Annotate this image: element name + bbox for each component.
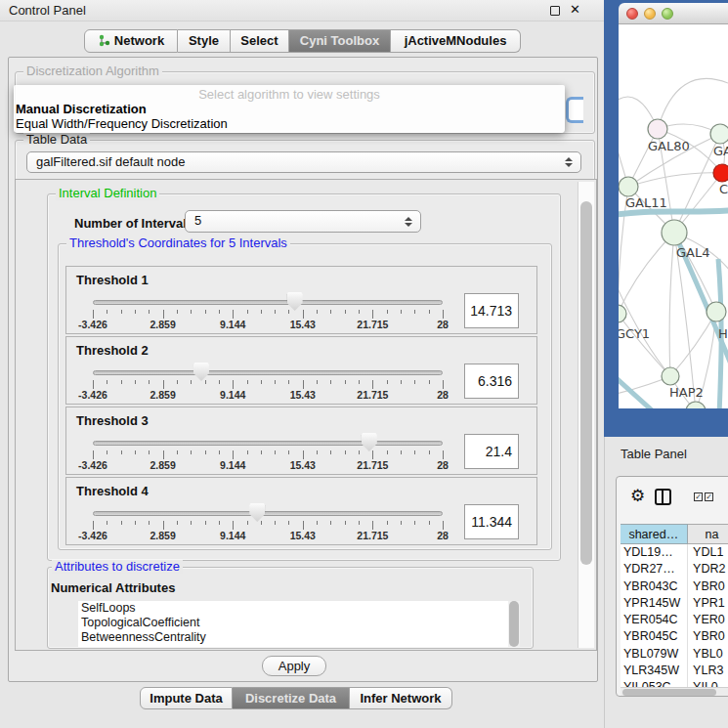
list-item[interactable]: TopologicalCoefficient [78, 616, 508, 630]
attributes-group-title: Attributes to discretize [52, 560, 183, 574]
node-gal4[interactable] [662, 220, 687, 245]
tick-label: 28 [413, 389, 472, 401]
tick-label: 15.43 [274, 319, 332, 330]
svg-text:GCY1: GCY1 [619, 326, 650, 341]
close-button-icon[interactable] [626, 8, 638, 20]
cyni-toolbox-panel: Discretization Algorithm Table Data galF… [8, 57, 598, 682]
tab-impute-data[interactable]: Impute Data [140, 687, 233, 709]
column-header-name[interactable]: na [688, 524, 728, 544]
slider-thumb[interactable] [287, 292, 303, 311]
tick-label: 2.859 [134, 389, 193, 401]
table-row[interactable]: YER054CYER0 [621, 612, 728, 628]
tick-label: 2.859 [134, 319, 193, 330]
number-of-intervals-combobox[interactable]: 5 [185, 210, 421, 233]
node-h[interactable] [707, 302, 726, 321]
threshold-4-panel: Threshold 4 11.344 -3.4262.8599.14415.43… [65, 477, 537, 545]
tick-label: 9.144 [203, 319, 262, 330]
attributes-group: Attributes to discretize Numerical Attri… [47, 567, 534, 649]
tick-label: 2.859 [134, 530, 193, 541]
settings-vertical-scrollbar[interactable] [578, 182, 594, 648]
slider-thumb[interactable] [362, 433, 377, 451]
network-canvas[interactable]: GAL80 GA C GAL11 GAL4 GCY1 H HAP2 [619, 24, 728, 408]
threshold-4-value-field[interactable]: 11.344 [464, 504, 519, 539]
table-row[interactable]: YBL079WYBL0 [621, 646, 728, 663]
numerical-attributes-list[interactable]: SelfLoops TopologicalCoefficient Between… [78, 601, 508, 647]
screenshot-root: Control Panel ✕ Network Style Select Cyn… [0, 0, 728, 728]
table-row[interactable]: YBR045CYBR0 [621, 628, 728, 645]
control-panel-titlebar: Control Panel ✕ [0, 0, 606, 21]
slider-track[interactable] [93, 370, 443, 375]
tick-label: 9.144 [203, 530, 262, 541]
table-row[interactable]: YPR145WYPR1 [621, 595, 728, 612]
close-icon[interactable]: ✕ [570, 2, 580, 17]
minimize-button-icon[interactable] [644, 8, 656, 20]
slider-track[interactable] [93, 300, 443, 305]
node-gal11[interactable] [619, 177, 638, 196]
node-hap2[interactable] [662, 367, 679, 385]
gear-icon[interactable]: ⚙ [630, 488, 645, 504]
slider-thumb[interactable] [249, 503, 265, 522]
threshold-4-label: Threshold 4 [76, 484, 149, 498]
table-panel-title: Table Panel [621, 447, 687, 461]
tick-label: -3.426 [64, 459, 122, 471]
table-row[interactable]: YBR043CYBR0 [621, 578, 728, 595]
interval-definition-group-title: Interval Definition [56, 187, 159, 200]
node-gcy1[interactable] [619, 305, 626, 322]
table-row[interactable]: YDR27…YDR2 [621, 561, 728, 578]
table-data-combobox[interactable]: galFiltered.sif default node [26, 151, 581, 173]
slider-tick-labels: -3.4262.8599.14415.4321.71528 [93, 459, 443, 471]
float-window-icon[interactable] [550, 6, 560, 16]
node-attribute-table[interactable]: shared… na YDL19…YDL1 YDR27…YDR2 YBR043C… [621, 524, 728, 687]
threshold-2-label: Threshold 2 [76, 343, 149, 358]
tab-jactivemnodules[interactable]: jActiveMNodules [391, 29, 521, 53]
tick-label: 21.715 [343, 319, 402, 330]
table-data-group-title: Table Data [23, 133, 90, 147]
node-selected-red[interactable] [713, 164, 728, 182]
svg-text:H: H [718, 326, 728, 341]
zoom-button-icon[interactable] [662, 8, 673, 20]
table-row[interactable]: YLR345WYLR3 [621, 663, 728, 679]
apply-button[interactable]: Apply [262, 656, 326, 676]
tab-network[interactable]: Network [84, 29, 178, 53]
tab-infer-network[interactable]: Infer Network [350, 687, 452, 709]
checkbox-checked-icon[interactable]: ✓ [705, 492, 713, 501]
list-item[interactable]: BetweennessCentrality [78, 630, 508, 645]
thresholds-group-title: Threshold's Coordinates for 5 Intervals [66, 236, 290, 250]
network-graph: GAL80 GA C GAL11 GAL4 GCY1 H HAP2 [619, 24, 728, 408]
algorithm-combobox-focus-ring[interactable] [566, 97, 583, 123]
network-window-titlebar [619, 3, 728, 24]
tab-style[interactable]: Style [178, 29, 231, 53]
tick-label: 21.715 [343, 389, 402, 401]
table-horizontal-scrollbar[interactable] [621, 687, 728, 696]
slider-tick-labels: -3.4262.8599.14415.4321.71528 [93, 530, 443, 541]
checkbox-checked-icon[interactable]: ✓ [694, 492, 703, 501]
svg-text:C: C [719, 182, 728, 196]
slider-thumb[interactable] [193, 363, 209, 381]
list-item[interactable]: SelfLoops [78, 601, 508, 616]
dropdown-item-equal-width-frequency[interactable]: Equal Width/Frequency Discretization [16, 116, 228, 131]
slider-track[interactable] [93, 441, 443, 446]
threshold-1-value-field[interactable]: 14.713 [464, 293, 519, 328]
column-split-icon[interactable] [655, 489, 671, 505]
column-header-shared-name[interactable]: shared… [621, 524, 688, 544]
svg-text:GAL80: GAL80 [648, 139, 690, 153]
node-ga[interactable] [710, 124, 728, 144]
table-row[interactable]: YDL19…YDL1 [621, 544, 728, 561]
tab-cyni-toolbox[interactable]: Cyni Toolbox [289, 29, 391, 53]
node-gal80[interactable] [648, 119, 667, 139]
tab-discretize-data[interactable]: Discretize Data [233, 687, 350, 709]
threshold-3-panel: Threshold 3 21.4 -3.4262.8599.14415.4321… [65, 407, 537, 475]
tick-label: 15.43 [274, 389, 332, 401]
threshold-3-value-field[interactable]: 21.4 [464, 434, 519, 469]
table-row[interactable]: YIL053CYIL0 [621, 679, 728, 687]
threshold-2-value-field[interactable]: 6.316 [464, 364, 519, 399]
slider-track[interactable] [93, 511, 443, 516]
tab-select[interactable]: Select [231, 29, 289, 53]
control-panel: Control Panel ✕ Network Style Select Cyn… [0, 0, 606, 728]
attributes-list-scrollbar[interactable] [508, 601, 520, 647]
svg-text:HAP2: HAP2 [669, 385, 704, 400]
combo-stepper-icon [565, 152, 575, 172]
dropdown-item-manual-discretization[interactable]: Manual Discretization [16, 102, 147, 116]
network-nodes[interactable] [619, 119, 728, 408]
table-data-combobox-value: galFiltered.sif default node [36, 154, 185, 169]
